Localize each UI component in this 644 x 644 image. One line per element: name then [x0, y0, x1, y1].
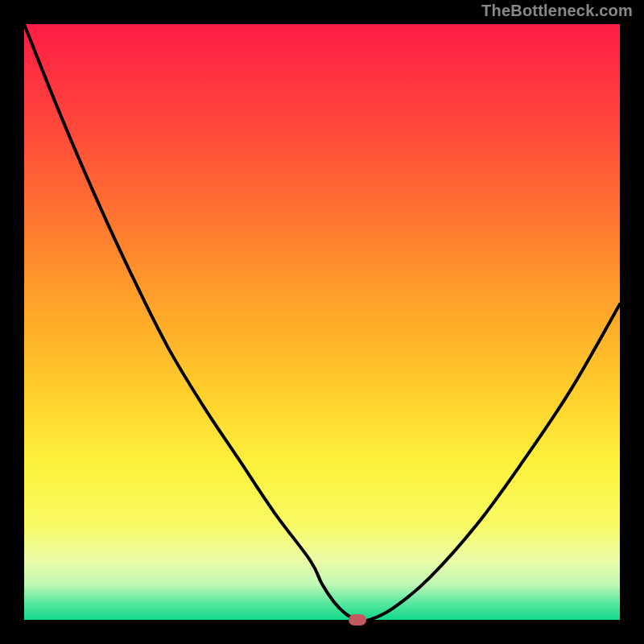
bottleneck-curve: [24, 24, 620, 620]
chart-frame: TheBottleneck.com: [0, 0, 644, 644]
optimal-marker: [349, 614, 366, 625]
watermark-text: TheBottleneck.com: [481, 2, 633, 20]
plot-area: [24, 24, 620, 620]
curve-path: [24, 24, 620, 621]
